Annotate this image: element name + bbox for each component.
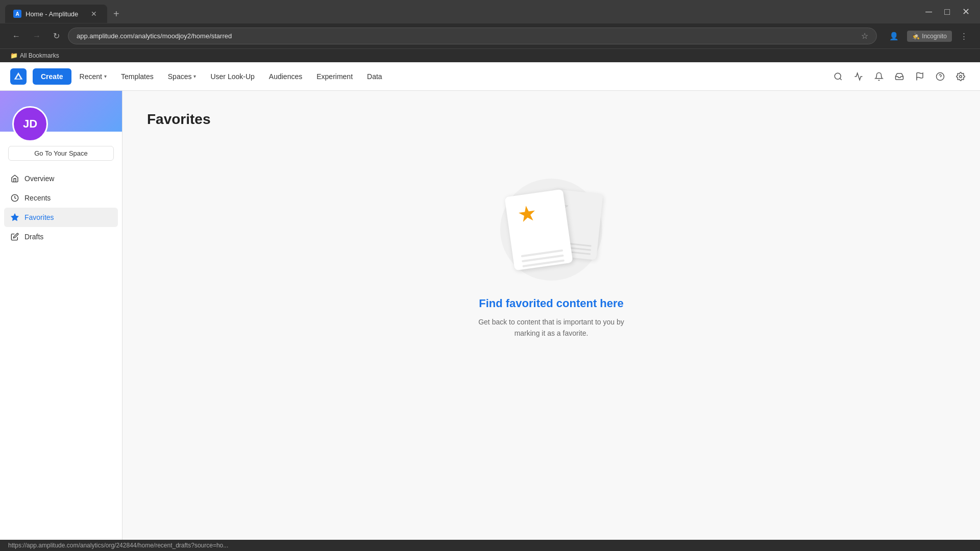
tab-favicon: A — [13, 10, 21, 18]
nav-recent-label: Recent — [80, 72, 102, 81]
new-tab-button[interactable]: + — [109, 6, 124, 22]
app-wrapper: Create Recent ▾ Templates Spaces ▾ User … — [0, 62, 980, 547]
sidebar-nav: Overview Recents Favorites — [0, 169, 122, 246]
nav-user-lookup-label: User Look-Up — [210, 72, 254, 81]
empty-state: ☆ ★ Find favorited content here Get back… — [147, 148, 955, 370]
status-url: https://app.amplitude.com/analytics/org/… — [8, 542, 228, 549]
main-content: Favorites ☆ ★ — [122, 91, 980, 547]
create-button[interactable]: Create — [33, 68, 71, 85]
close-button[interactable]: ✕ — [960, 4, 972, 19]
recents-icon — [10, 193, 19, 203]
bookmark-star-icon[interactable]: ☆ — [861, 31, 868, 41]
nav-item-spaces[interactable]: Spaces ▾ — [162, 68, 203, 85]
inbox-button[interactable] — [890, 67, 909, 86]
recent-chevron-icon: ▾ — [104, 73, 107, 79]
nav-experiment-label: Experiment — [316, 72, 353, 81]
amplitude-logo[interactable] — [10, 68, 27, 85]
browser-chrome: A Home - Amplitude ✕ + ─ □ ✕ ← → ↻ app.a… — [0, 0, 980, 62]
forward-button[interactable]: → — [29, 30, 45, 43]
status-bar: https://app.amplitude.com/analytics/org/… — [0, 540, 980, 551]
sidebar-go-to-space: Go To Your Space — [8, 146, 114, 161]
sidebar-profile: JD — [0, 91, 122, 132]
star-filled-icon: ★ — [516, 200, 538, 228]
empty-state-title: Find favorited content here — [479, 297, 624, 310]
sidebar-item-favorites[interactable]: Favorites — [4, 208, 118, 227]
avatar: JD — [12, 106, 48, 142]
svg-point-5 — [960, 75, 962, 78]
nav-item-user-lookup[interactable]: User Look-Up — [204, 68, 260, 85]
svg-marker-7 — [11, 214, 18, 220]
browser-tab[interactable]: A Home - Amplitude ✕ — [5, 5, 107, 23]
nav-item-templates[interactable]: Templates — [115, 68, 160, 85]
refresh-button[interactable]: ↻ — [49, 29, 64, 43]
analytics-button[interactable] — [849, 67, 868, 86]
svg-point-0 — [835, 73, 841, 79]
settings-button[interactable] — [951, 67, 970, 86]
overview-icon — [10, 174, 19, 183]
bookmarks-bar: 📁 All Bookmarks — [0, 48, 980, 62]
page-title: Favorites — [147, 111, 955, 128]
sidebar-item-overview[interactable]: Overview — [4, 169, 118, 188]
top-nav: Create Recent ▾ Templates Spaces ▾ User … — [0, 62, 980, 91]
url-bar[interactable]: app.amplitude.com/analytics/moodjoy2/hom… — [68, 28, 877, 44]
nav-spaces-label: Spaces — [168, 72, 192, 81]
minimize-button[interactable]: ─ — [923, 5, 934, 19]
search-button[interactable] — [829, 67, 847, 86]
incognito-icon: 🕵 — [912, 33, 920, 40]
nav-item-audiences[interactable]: Audiences — [263, 68, 308, 85]
sidebar-favorites-label: Favorites — [24, 213, 54, 221]
maximize-button[interactable]: □ — [942, 5, 952, 19]
incognito-badge: 🕵 Incognito — [907, 31, 952, 42]
bookmark-label: All Bookmarks — [20, 52, 59, 59]
notifications-button[interactable] — [870, 67, 888, 86]
nav-audiences-label: Audiences — [269, 72, 302, 81]
nav-icons — [829, 67, 970, 86]
tab-bar: A Home - Amplitude ✕ + ─ □ ✕ — [0, 0, 980, 23]
sidebar-item-recents[interactable]: Recents — [4, 188, 118, 208]
bookmark-item[interactable]: 📁 All Bookmarks — [8, 51, 61, 60]
flag-button[interactable] — [911, 67, 929, 86]
nav-item-experiment[interactable]: Experiment — [310, 68, 359, 85]
drafts-icon — [10, 232, 19, 241]
doc-paper-front — [504, 189, 573, 271]
spaces-chevron-icon: ▾ — [193, 73, 196, 79]
profile-icon[interactable]: 👤 — [885, 30, 903, 43]
nav-item-recent[interactable]: Recent ▾ — [74, 68, 113, 85]
incognito-label: Incognito — [922, 33, 947, 40]
bookmark-folder-icon: 📁 — [10, 52, 18, 59]
go-to-space-button[interactable]: Go To Your Space — [8, 146, 114, 161]
menu-button[interactable]: ⋮ — [956, 30, 972, 43]
nav-data-label: Data — [367, 72, 382, 81]
nav-templates-label: Templates — [121, 72, 154, 81]
window-controls: ─ □ ✕ — [915, 4, 980, 23]
sidebar: JD Go To Your Space Overview Recents — [0, 91, 122, 547]
sidebar-drafts-label: Drafts — [24, 233, 43, 241]
url-text: app.amplitude.com/analytics/moodjoy2/hom… — [77, 32, 857, 40]
svg-line-1 — [840, 78, 841, 80]
sidebar-recents-label: Recents — [24, 194, 51, 202]
main-layout: JD Go To Your Space Overview Recents — [0, 91, 980, 547]
sidebar-item-drafts[interactable]: Drafts — [4, 227, 118, 246]
empty-state-illustration: ☆ ★ — [500, 179, 602, 281]
tab-title: Home - Amplitude — [26, 10, 85, 18]
browser-extensions: 👤 🕵 Incognito ⋮ — [885, 30, 972, 43]
sidebar-overview-label: Overview — [24, 174, 54, 183]
back-button[interactable]: ← — [8, 30, 24, 43]
favorites-icon — [10, 213, 19, 222]
tab-close-icon[interactable]: ✕ — [89, 9, 99, 19]
browser-toolbar: ← → ↻ app.amplitude.com/analytics/moodjo… — [0, 23, 980, 48]
help-button[interactable] — [931, 67, 949, 86]
nav-item-data[interactable]: Data — [361, 68, 388, 85]
empty-state-description: Get back to content that is important to… — [470, 316, 633, 339]
